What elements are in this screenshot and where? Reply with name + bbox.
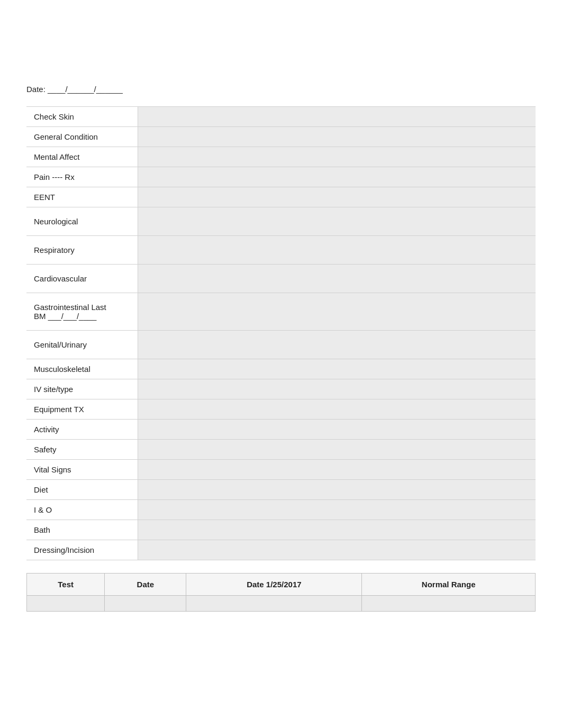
col-header-date-125-col: Date 1/25/2017: [186, 574, 362, 596]
label-neurological: Neurological: [26, 207, 138, 236]
value-safety: [138, 440, 536, 460]
col-data-date-col: [105, 596, 186, 612]
value-dressing-incision: [138, 540, 536, 560]
col-data-normal-range-col: [362, 596, 536, 612]
value-musculoskeletal: [138, 359, 536, 379]
col-header-normal-range-col: Normal Range: [362, 574, 536, 596]
table-row-neurological: Neurological: [26, 207, 536, 236]
value-cardiovascular: [138, 265, 536, 293]
value-general-condition: [138, 127, 536, 147]
table-row-iv-site-type: IV site/type: [26, 379, 536, 399]
table-row-activity: Activity: [26, 420, 536, 440]
label-mental-affect: Mental Affect: [26, 147, 138, 167]
col-header-test-col: Test: [27, 574, 105, 596]
value-bath: [138, 520, 536, 540]
label-cardiovascular: Cardiovascular: [26, 265, 138, 293]
value-vital-signs: [138, 460, 536, 480]
value-eent: [138, 187, 536, 207]
label-iv-site-type: IV site/type: [26, 379, 138, 399]
table-row-mental-affect: Mental Affect: [26, 147, 536, 167]
table-row-diet: Diet: [26, 480, 536, 500]
value-iv-site-type: [138, 379, 536, 399]
value-genital-urinary: [138, 331, 536, 359]
value-check-skin: [138, 107, 536, 127]
value-equipment-tx: [138, 399, 536, 420]
label-eent: EENT: [26, 187, 138, 207]
value-respiratory: [138, 236, 536, 265]
table-row-pain-rx: Pain ---- Rx: [26, 167, 536, 187]
table-row-vital-signs: Vital Signs: [26, 460, 536, 480]
table-row-bath: Bath: [26, 520, 536, 540]
label-general-condition: General Condition: [26, 127, 138, 147]
value-neurological: [138, 207, 536, 236]
label-check-skin: Check Skin: [26, 107, 138, 127]
value-gastrointestinal: [138, 293, 536, 331]
table-row-equipment-tx: Equipment TX: [26, 399, 536, 420]
label-diet: Diet: [26, 480, 138, 500]
label-activity: Activity: [26, 420, 138, 440]
page-container: Date: ____/______/______ Check SkinGener…: [0, 0, 562, 728]
table-row-i-and-o: I & O: [26, 500, 536, 520]
table-row-respiratory: Respiratory: [26, 236, 536, 265]
label-safety: Safety: [26, 440, 138, 460]
date-label: Date: ____/______/______: [26, 85, 123, 94]
value-pain-rx: [138, 167, 536, 187]
label-equipment-tx: Equipment TX: [26, 399, 138, 420]
label-gastrointestinal: Gastrointestinal LastBM ___/___/____: [26, 293, 138, 331]
table-row-gastrointestinal: Gastrointestinal LastBM ___/___/____: [26, 293, 536, 331]
label-genital-urinary: Genital/Urinary: [26, 331, 138, 359]
label-musculoskeletal: Musculoskeletal: [26, 359, 138, 379]
label-pain-rx: Pain ---- Rx: [26, 167, 138, 187]
table-row-genital-urinary: Genital/Urinary: [26, 331, 536, 359]
label-vital-signs: Vital Signs: [26, 460, 138, 480]
table-row-dressing-incision: Dressing/Incision: [26, 540, 536, 560]
col-data-date-125-col: [186, 596, 362, 612]
col-data-test-col: [27, 596, 105, 612]
label-respiratory: Respiratory: [26, 236, 138, 265]
table-row-eent: EENT: [26, 187, 536, 207]
date-line: Date: ____/______/______: [26, 85, 536, 94]
value-activity: [138, 420, 536, 440]
label-i-and-o: I & O: [26, 500, 138, 520]
value-mental-affect: [138, 147, 536, 167]
table-row-safety: Safety: [26, 440, 536, 460]
table-row-check-skin: Check Skin: [26, 107, 536, 127]
value-diet: [138, 480, 536, 500]
table-row-general-condition: General Condition: [26, 127, 536, 147]
assessment-table: Check SkinGeneral ConditionMental Affect…: [26, 106, 536, 560]
label-dressing-incision: Dressing/Incision: [26, 540, 138, 560]
col-header-date-col: Date: [105, 574, 186, 596]
table-row-musculoskeletal: Musculoskeletal: [26, 359, 536, 379]
table-row-cardiovascular: Cardiovascular: [26, 265, 536, 293]
results-table: TestDateDate 1/25/2017Normal Range: [26, 573, 536, 612]
value-i-and-o: [138, 500, 536, 520]
label-bath: Bath: [26, 520, 138, 540]
